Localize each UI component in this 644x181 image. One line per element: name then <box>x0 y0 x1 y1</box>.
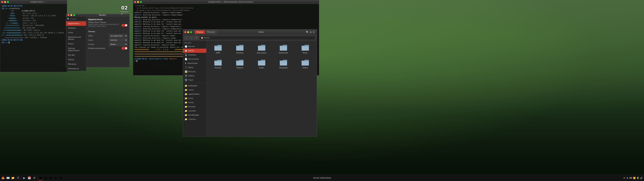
fm-sidebar-item-dotthemes[interactable]: 📁 .themes <box>183 117 206 121</box>
taskbar-active-win3[interactable]: ▣ <box>48 176 53 180</box>
terminal-window-1: erik@ArchErik: ~ [2016-10-02 06:57:07] [… <box>0 0 67 72</box>
tweaks-icons-label: Icons <box>88 39 93 41</box>
fm-address-bar[interactable]: 🏠 Home <box>200 36 316 40</box>
tweaks-nav-startup[interactable]: Startup Applications <box>66 46 86 53</box>
fm-item-projects[interactable]: Projects <box>230 58 250 70</box>
tweaks-animations-toggle[interactable] <box>122 47 128 50</box>
tweaks-close-button[interactable] <box>68 14 70 16</box>
taskbar-settings-right-icon[interactable]: ⚙ <box>623 177 625 179</box>
tweaks-window-controls[interactable] <box>68 14 75 16</box>
fm-menu-icon[interactable]: ☰ <box>312 31 315 34</box>
fm-forward-button[interactable]: › <box>189 36 194 40</box>
fm-sidebar-item-dotaureola[interactable]: 📁 .aureola <box>183 109 206 113</box>
fm-sidebar-item-documents[interactable]: 📄 Documents <box>183 57 206 61</box>
fm-item-desktop[interactable]: Desktop <box>230 43 250 55</box>
fm-sidebar-item-desktop[interactable]: 🖥️ Desktop <box>183 53 206 57</box>
tweaks-maximize-button[interactable] <box>73 14 75 16</box>
tweaks-nav-power[interactable]: Power <box>66 42 86 46</box>
taskbar-active-win4[interactable]: ▦ <box>53 176 58 180</box>
fm-item-public[interactable]: Public <box>252 58 271 70</box>
fm-sidebar-item-recent[interactable]: 🕐 Recent <box>183 44 206 48</box>
tweaks-nav-typing[interactable]: Typing <box>66 57 86 62</box>
terminal-1-titlebar[interactable]: erik@ArchErik: ~ <box>0 0 67 4</box>
tweaks-minimize-button[interactable] <box>70 14 72 16</box>
fm-item-pictures[interactable]: Pictures <box>208 58 228 70</box>
taskbar-active-win2[interactable]: ▣ <box>43 176 48 180</box>
fm-folder-svg-pictures <box>214 59 222 66</box>
close-button[interactable] <box>1 1 3 3</box>
taskbar-mail-icon[interactable]: 📧 <box>6 176 10 180</box>
fm-sidebar-item-aureola[interactable]: 📁 Aureola <box>183 104 206 109</box>
fm-search-icon[interactable]: 🔍 <box>306 31 309 34</box>
taskbar-battery-icon[interactable]: 🔋 <box>636 177 639 179</box>
tweaks-gtk-select[interactable]: Arc-Darker-Red <box>109 34 128 38</box>
taskbar-network-icon[interactable]: 📶 <box>633 177 636 179</box>
tweaks-nav-workspaces[interactable]: Workspaces <box>66 66 86 71</box>
tab-pictures[interactable]: Pictures <box>206 30 216 34</box>
fm-wallpaper-icon: 📁 <box>185 84 187 87</box>
maximize-button[interactable] <box>7 1 9 3</box>
fm-up-button[interactable]: ↑ <box>194 36 199 40</box>
fm-window-controls[interactable] <box>184 31 192 33</box>
fm-item-documents[interactable]: Documents <box>252 43 271 55</box>
fm-sidebar-item-conky[interactable]: 📁 conky <box>183 100 206 104</box>
fm-body: Recent 🕐 Recent 🏠 Home 🖥️ Desktop 📄 Docu… <box>183 41 317 136</box>
build-maximize-button[interactable] <box>140 1 142 3</box>
fm-view-icon[interactable]: ⊞ <box>310 31 312 34</box>
build-close-button[interactable] <box>134 1 136 3</box>
terminal-build-titlebar[interactable]: erik@ArchErik: ~/Downloads/arc-theme [ma… <box>133 0 319 4</box>
taskbar-firefox-icon[interactable]: 🦊 <box>1 176 5 180</box>
tweaks-nav-desktop[interactable]: Desktop <box>66 26 86 30</box>
fm-minimize-button[interactable] <box>187 31 189 33</box>
fm-sidebar-item-icons[interactable]: 📁 icons <box>183 96 206 100</box>
fm-sidebar-item-trash[interactable]: 🗑️ Trash <box>183 78 206 82</box>
clock-time: 02 <box>121 5 128 11</box>
taskbar-volume-icon[interactable]: 🔊 <box>640 177 643 179</box>
fm-sidebar-item-videos[interactable]: 🎬 Videos <box>183 74 206 78</box>
taskbar-calendar-icon[interactable]: 📅 <box>27 176 32 180</box>
fm-titlebar[interactable]: Theme Pictures Home 🔍 ⊞ ☰ <box>183 30 317 35</box>
fm-sidebar-label-dotaureola: .aureola <box>188 110 196 112</box>
fm-item-name-pictures: Pictures <box>215 67 221 69</box>
window-controls[interactable] <box>1 1 9 3</box>
fm-sidebar-item-applications[interactable]: 📁 applications <box>183 92 206 96</box>
fm-sidebar-item-wallpaper[interactable]: 📁 wallpaper <box>183 84 206 88</box>
tab-theme[interactable]: Theme <box>195 30 205 34</box>
tweaks-nav-keyboard[interactable]: Keyboard and Mouse <box>66 35 86 42</box>
fm-item-templates[interactable]: Templates <box>274 58 293 70</box>
taskbar-menu-icon[interactable]: ☰ <box>16 176 20 180</box>
fm-sidebar-item-home[interactable]: 🏠 Home <box>183 48 206 53</box>
tweaks-icons-select[interactable]: Surhi Arc <box>109 38 128 42</box>
tweaks-nav-fonts[interactable]: Fonts <box>66 30 86 35</box>
taskbar-screen-icon[interactable]: 🖥 <box>626 177 628 179</box>
taskbar-active-win5[interactable]: ▦ <box>58 176 63 180</box>
tweaks-global-dark-toggle[interactable] <box>122 24 128 27</box>
build-minimize-button[interactable] <box>137 1 139 3</box>
build-window-controls[interactable] <box>134 1 142 3</box>
tweaks-nav-topbar[interactable]: Top Bar <box>66 53 86 57</box>
tweaks-nav-windows[interactable]: Windows <box>66 62 86 66</box>
taskbar-files-icon[interactable]: 📂 <box>11 176 16 180</box>
fm-maximize-button[interactable] <box>190 31 192 33</box>
fm-sidebar-item-downloads[interactable]: ⬇️ Downloads <box>183 61 206 65</box>
taskbar-settings-icon[interactable]: ⚙️ <box>32 176 37 180</box>
fm-sidebar-item-doticons[interactable]: 📁 .icons <box>183 88 206 92</box>
tweaks-search-input[interactable] <box>70 18 85 20</box>
fm-sidebar-item-pictures[interactable]: 🖼️ Pictures <box>183 70 206 74</box>
fm-item-music[interactable]: Music <box>296 43 315 55</box>
fm-back-button[interactable]: ‹ <box>184 36 189 40</box>
fm-item-videos[interactable]: Videos <box>296 58 315 70</box>
minimize-button[interactable] <box>4 1 6 3</box>
taskbar-terminal-icon[interactable]: ▶ <box>22 176 27 180</box>
terminal-1-body[interactable]: [2016-10-02 06:57:07] [0] => screenfetch… <box>0 4 67 72</box>
taskbar-keyboard-icon[interactable]: ⌨ <box>629 177 632 179</box>
fm-item-data[interactable]: DATA <box>208 43 228 55</box>
fm-close-button[interactable] <box>184 31 186 33</box>
fm-item-downloads[interactable]: Downloads <box>274 43 293 55</box>
tweaks-nav-appearance[interactable]: Appearance <box>66 21 86 26</box>
fm-sidebar-item-music[interactable]: 🎵 Music <box>183 65 206 70</box>
tweaks-cursor-select[interactable]: Breeze <box>109 43 128 46</box>
taskbar-active-win1[interactable]: ■ <box>38 176 43 180</box>
tweaks-search[interactable]: 🔍 <box>66 17 86 21</box>
fm-sidebar-item-archbudgie[interactable]: 📁 ArchBudgie <box>183 113 206 117</box>
